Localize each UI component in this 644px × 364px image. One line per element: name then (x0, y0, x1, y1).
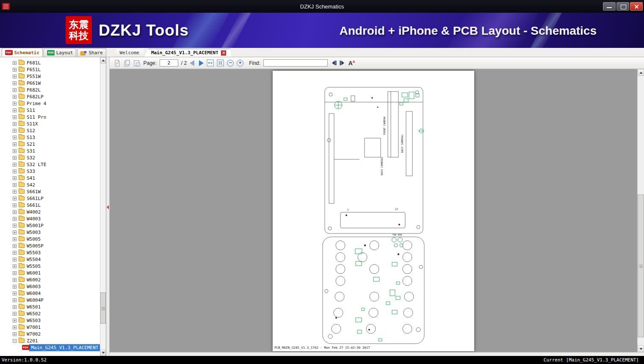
tree-toggle-icon[interactable]: + (13, 285, 17, 289)
tree-item[interactable]: + F681L (0, 59, 100, 66)
tree-toggle-icon[interactable]: + (13, 237, 17, 241)
tree-item[interactable]: + P661W (0, 80, 100, 86)
tree-item[interactable]: + S12 (0, 127, 100, 134)
tree-item[interactable]: + W5001P (0, 222, 100, 229)
tree-item[interactable]: + W5503 (0, 249, 100, 256)
scroll-down-icon[interactable] (100, 350, 106, 356)
tab-schematic[interactable]: PDF Schematic (2, 48, 43, 57)
tree-item[interactable]: + W6002 (0, 276, 100, 283)
tree-toggle-icon[interactable]: + (13, 156, 17, 160)
tree-item[interactable]: + F651L (0, 66, 100, 73)
tab-layout[interactable]: PADS Layout (44, 48, 76, 57)
tree-toggle-icon[interactable]: − (13, 339, 17, 343)
tree-item[interactable]: + S32 LTE (0, 161, 100, 168)
tree-toggle-icon[interactable]: + (13, 68, 17, 72)
tree-toggle-icon[interactable]: + (13, 292, 17, 295)
maximize-button[interactable] (616, 2, 629, 11)
tab-welcome[interactable]: Welcome (113, 49, 144, 57)
tree-item[interactable]: + W6502 (0, 310, 100, 317)
tree-toggle-icon[interactable]: + (13, 203, 17, 207)
tree-toggle-icon[interactable]: + (13, 183, 17, 187)
tree-item[interactable]: + S661L (0, 202, 100, 208)
tree-toggle-icon[interactable]: + (13, 258, 17, 261)
tree-toggle-icon[interactable]: + (13, 115, 17, 119)
tree-item[interactable]: + W6503 (0, 317, 100, 324)
tree-toggle-icon[interactable]: + (13, 88, 17, 92)
tree-toggle-icon[interactable]: + (13, 264, 17, 268)
copy-page-icon[interactable] (124, 60, 130, 67)
tree-toggle-icon[interactable]: + (13, 278, 17, 282)
tree-toggle-icon[interactable]: + (13, 102, 17, 106)
tree-toggle-icon[interactable]: + (13, 108, 17, 112)
tree-toggle-icon[interactable]: + (13, 305, 17, 309)
tree-toggle-icon[interactable]: + (13, 149, 17, 153)
scroll-track[interactable] (100, 64, 106, 350)
tree-toggle-icon[interactable]: + (13, 224, 17, 228)
tree-item[interactable]: + W7002 (0, 331, 100, 337)
tree-item[interactable]: + W4002 (0, 208, 100, 215)
tab-share[interactable]: Share (77, 48, 106, 57)
tree-item[interactable]: + S41 (0, 175, 100, 181)
scroll-thumb[interactable] (638, 195, 644, 337)
tree-toggle-icon[interactable]: + (13, 95, 17, 99)
tab-main-g245-placement[interactable]: Main_G245_V1.3_PLACEMENT (144, 49, 231, 57)
tree-toggle-icon[interactable]: + (13, 169, 17, 173)
next-page-icon[interactable] (199, 60, 204, 66)
tree-toggle-icon[interactable]: + (13, 136, 17, 139)
tree-item[interactable]: + P551W (0, 73, 100, 80)
tree-toggle-icon[interactable]: + (13, 61, 17, 65)
scroll-down-icon[interactable] (638, 345, 644, 352)
tree-item[interactable]: − Z201 (0, 337, 100, 344)
tree-item[interactable]: + S13 (0, 134, 100, 141)
snapshot-icon[interactable] (133, 60, 140, 67)
tree-toggle-icon[interactable]: + (13, 244, 17, 248)
tree-toggle-icon[interactable]: + (13, 271, 17, 275)
zoom-in-icon[interactable] (237, 60, 243, 67)
tree-item[interactable]: + Prime 4 (0, 100, 100, 107)
tree-item[interactable]: + S32 (0, 154, 100, 161)
tree-item[interactable]: + W6001 (0, 270, 100, 276)
tree-item[interactable]: + S21 (0, 141, 100, 147)
tree-toggle-icon[interactable]: + (13, 75, 17, 78)
zoom-out-icon[interactable] (227, 60, 234, 67)
tree-item[interactable]: + W7001 (0, 324, 100, 331)
scroll-up-icon[interactable] (638, 69, 644, 76)
tree-item[interactable]: + W6004P (0, 297, 100, 303)
tree-item[interactable]: + W5505 (0, 263, 100, 270)
tree-item[interactable]: + S33 (0, 168, 100, 175)
find-prev-icon[interactable] (331, 60, 337, 66)
minimize-button[interactable] (603, 2, 616, 11)
tree-toggle-icon[interactable]: + (13, 197, 17, 200)
tree-toggle-icon[interactable]: + (13, 231, 17, 234)
tree-toggle-icon[interactable]: + (13, 251, 17, 255)
tree-item[interactable]: + S11X (0, 120, 100, 127)
select-text-icon[interactable] (114, 60, 121, 67)
find-next-icon[interactable] (340, 60, 345, 66)
tree-item[interactable]: + S31 (0, 147, 100, 154)
tree-toggle-icon[interactable]: + (13, 210, 17, 214)
tree-item[interactable]: + S661LP (0, 195, 100, 202)
tree-toggle-icon[interactable]: + (13, 312, 17, 316)
fit-page-icon[interactable] (217, 59, 224, 67)
tree-toggle-icon[interactable]: + (13, 176, 17, 180)
tree-item[interactable]: + S11 (0, 107, 100, 114)
tree-toggle-icon[interactable]: + (13, 325, 17, 329)
tree-toggle-icon[interactable]: + (13, 81, 17, 85)
tree-item[interactable]: + S11 Pro (0, 114, 100, 120)
scroll-thumb[interactable] (100, 292, 106, 324)
tree-item[interactable]: + S661W (0, 188, 100, 195)
sidebar-splitter[interactable] (106, 57, 110, 356)
scroll-up-icon[interactable] (100, 57, 106, 64)
viewer-canvas[interactable]: FRONT CAMERA BACK CAMERA1 BACK CAMERA2 T… (110, 69, 637, 352)
tree-toggle-icon[interactable]: + (13, 332, 17, 336)
prev-page-icon[interactable] (190, 60, 194, 66)
tree-item[interactable]: + W6004 (0, 290, 100, 297)
tree-item[interactable]: + W5005 (0, 236, 100, 242)
tree-toggle-icon[interactable]: + (13, 142, 17, 146)
tree-toggle-icon[interactable]: + (13, 190, 17, 194)
tree-item[interactable]: + W5003 (0, 229, 100, 236)
tree-item-placement-pdf[interactable]: PDF Main_G245_V1.3_PLACEMENT (0, 344, 100, 351)
tree-toggle-icon[interactable]: + (13, 319, 17, 322)
tree-toggle-icon[interactable]: + (13, 217, 17, 221)
tree-toggle-icon[interactable]: + (13, 129, 17, 133)
